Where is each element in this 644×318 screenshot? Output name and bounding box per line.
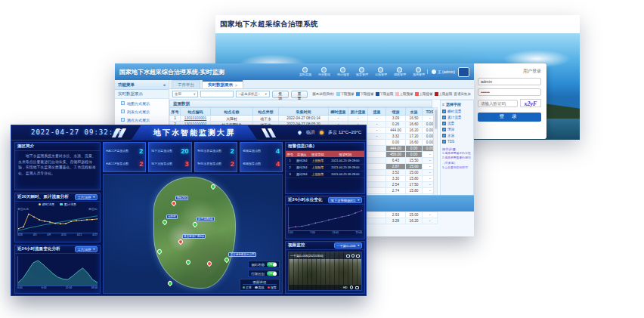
video-player[interactable]: 一干渠0+006(20220300) HD: [288, 252, 362, 291]
column-header[interactable]: 采集时间: [279, 108, 329, 116]
sidebar-item[interactable]: 地图方式展示: [115, 99, 169, 107]
stat-tile: 地下水监测点数20地下水预警点数3: [148, 142, 191, 172]
column-header[interactable]: 站点名称: [211, 108, 253, 116]
stat-label: 视频监测点数: [243, 149, 261, 153]
chart-legend-marker: [39, 203, 41, 205]
flow30-station-select[interactable]: 工六16井▼: [75, 194, 98, 200]
column-header[interactable]: 水温: [406, 108, 423, 116]
station-pin-label: 娃子寺西6井: [197, 217, 215, 221]
captcha-row: x2yF: [478, 99, 541, 107]
column-header[interactable]: 站点类型: [253, 108, 279, 116]
flow24-station-select[interactable]: 工六16井▼: [75, 246, 98, 252]
field-checkbox-row[interactable]: ✓TDS: [442, 138, 472, 144]
alarm-row[interactable]: 1测站264上报预警2021-04-25 09:28:00: [286, 157, 364, 164]
checkbox-checked-icon[interactable]: ✓: [442, 110, 446, 113]
record-icon[interactable]: [351, 254, 355, 258]
table-cell: 0.26: [386, 122, 406, 128]
level24-chart: [288, 207, 362, 231]
legend-chip-label: 下限报警: [361, 92, 374, 96]
flow24-chart: [17, 256, 98, 286]
login-button[interactable]: 登 录: [478, 113, 541, 122]
map-legend-label: 正常: [246, 286, 252, 289]
nav-item[interactable]: 绩效管理: [393, 67, 407, 76]
column-header[interactable]: 流量: [368, 108, 386, 116]
sidebar-item[interactable]: 列表方式展示: [115, 107, 169, 116]
keyword-input[interactable]: [200, 91, 234, 97]
dashboard-datetime: 2022-04-27 09:32:48: [31, 128, 123, 136]
field-checkbox-row[interactable]: ✓埋深: [442, 126, 472, 132]
flow30-x-labels: 3/284/34/94/154/214/27: [15, 233, 100, 237]
tab-inactive[interactable]: 工作平台: [172, 80, 200, 88]
sidebar-section[interactable]: 实时数据展示: [115, 90, 169, 99]
video-player-topbar: 一干渠0+006(20220300): [289, 252, 361, 259]
checkbox-checked-icon[interactable]: ✓: [442, 140, 446, 144]
table-cell: 17.50: [406, 182, 423, 188]
table-cell: 13010100001: [181, 116, 211, 122]
video-select[interactable]: 一干渠0+006▼: [334, 242, 362, 249]
flow30-select-value: 工六16井: [77, 196, 91, 199]
station-name-toggle[interactable]: ON: [267, 262, 277, 267]
nav-item-icon: [340, 67, 345, 73]
status-select[interactable]: --请选择状态--▼: [236, 91, 269, 97]
column-header[interactable]: 序号: [170, 108, 181, 116]
checkbox-checked-icon[interactable]: ✓: [442, 134, 446, 137]
legend-color-swatch: [336, 92, 340, 96]
nav-item[interactable]: 运维管理: [374, 67, 388, 76]
table-row[interactable]: 113010100001大障村地下水2022-04-27 08:01:14---…: [170, 116, 438, 122]
nav-item-label: 运维管理: [375, 73, 387, 76]
field-checkbox-row[interactable]: ✓流量: [442, 120, 472, 126]
alarm-row[interactable]: 2测站264上报预警2021-04-25 09:28:00: [286, 164, 364, 171]
checkbox-checked-icon[interactable]: ✓: [442, 122, 446, 125]
nav-item[interactable]: 统计报表: [336, 67, 350, 76]
nav-item[interactable]: 实时监测: [299, 67, 312, 76]
column-header[interactable]: 埋深: [386, 108, 406, 116]
level24-station-select[interactable]: 地下水智能测站1▼: [328, 197, 362, 203]
zoom-icon[interactable]: [356, 255, 360, 258]
snapshot-icon[interactable]: [346, 255, 350, 258]
fullscreen-icon[interactable]: [355, 286, 359, 289]
settings-icon[interactable]: [350, 286, 354, 289]
column-header[interactable]: 瞬时流量: [329, 108, 348, 116]
stats-row: HACCP监测点数2HACCP预警点数2地下水监测点数20地下水预警点数3智能水…: [103, 142, 283, 172]
search-button[interactable]: 查询: [272, 91, 289, 98]
nav-item-icon: [302, 67, 308, 73]
scrollbar-thumb[interactable]: [435, 110, 438, 129]
table-cell: 15.50: [406, 158, 423, 164]
captcha-input[interactable]: [478, 100, 518, 107]
captcha-image[interactable]: x2yF: [520, 99, 541, 107]
field-checkbox-label: 累计流量: [447, 116, 461, 119]
hd-label[interactable]: HD: [343, 286, 347, 289]
field-checkbox-row[interactable]: ✓水温: [442, 132, 472, 138]
flow24-panel-title: 近24小时流量变化分析: [17, 246, 60, 252]
sidebar-item[interactable]: 测点方式展示: [115, 116, 169, 124]
tab-active[interactable]: 实时数据展示×: [202, 80, 243, 88]
sidebar-item-label: 测点方式展示: [127, 118, 150, 122]
nav-item-label: 实时监测: [299, 73, 311, 76]
close-icon[interactable]: ×: [235, 83, 237, 88]
nav-item-icon: [416, 67, 421, 73]
checkbox-checked-icon[interactable]: ✓: [442, 116, 446, 119]
reset-button[interactable]: 重置: [291, 91, 308, 98]
legend-chip: 下限预警: [336, 92, 355, 96]
username-input[interactable]: [478, 78, 541, 85]
fields-panel-title-label: 选择字段: [446, 102, 461, 107]
legend-chip: 下限报警: [356, 92, 374, 96]
field-checkbox-row[interactable]: ✓瞬时流量: [442, 108, 472, 114]
alarm-row[interactable]: 3测站264上报预警2021-04-25 09:28:00: [286, 171, 364, 178]
checkbox-checked-icon[interactable]: ✓: [442, 128, 446, 131]
user-chip[interactable]: 王 (admin): [427, 69, 455, 74]
nav-item[interactable]: 历史数据: [317, 67, 331, 76]
password-input[interactable]: [478, 88, 541, 96]
collapse-icon[interactable]: «: [163, 82, 166, 87]
x-tick-label: 4/21: [77, 233, 82, 237]
nav-item[interactable]: 预警管理: [355, 67, 369, 76]
nav-item[interactable]: 系统管理: [412, 67, 426, 76]
type-select[interactable]: 全部▼: [172, 91, 198, 97]
table-cell: 0.00: [406, 152, 423, 158]
field-checkbox-row[interactable]: ✓累计流量: [442, 114, 472, 120]
table-cell: 15.00: [406, 164, 423, 170]
column-header[interactable]: 站点编码: [181, 108, 211, 116]
district-toggle[interactable]: ON: [267, 271, 277, 276]
legend-chip: 上限报警: [415, 92, 433, 96]
column-header[interactable]: 累计流量: [348, 108, 368, 116]
